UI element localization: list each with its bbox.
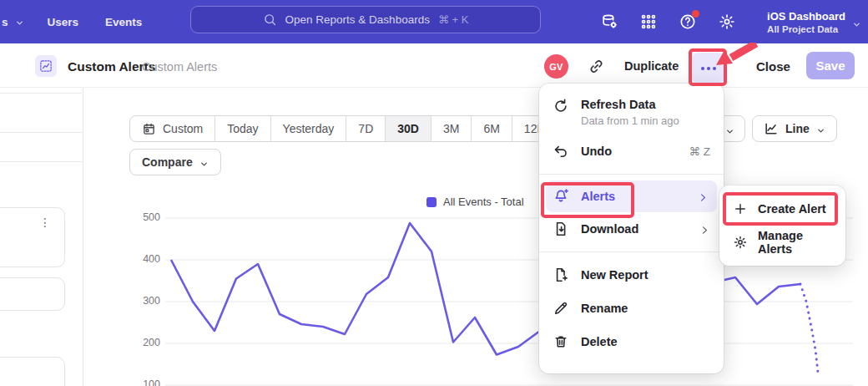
range-today[interactable]: Today	[215, 116, 270, 141]
avatar[interactable]: GV	[544, 54, 568, 79]
copy-link-icon[interactable]	[588, 58, 605, 75]
range-label: Custom	[163, 122, 203, 135]
search-shortcut: ⌘ + K	[438, 13, 469, 26]
y-axis-tick: 300	[134, 295, 160, 307]
nav-left: s Users Events	[0, 0, 142, 43]
menu-item-rename[interactable]: Rename	[539, 292, 724, 325]
new-report-icon	[553, 267, 569, 283]
menu-item-refresh-data[interactable]: Refresh DataData from 1 min ago	[539, 91, 724, 135]
menu-item-new-report[interactable]: New Report	[539, 258, 724, 292]
shortcut-label: ⌘ Z	[689, 145, 711, 158]
search-placeholder: Open Reports & Dashboards	[285, 13, 430, 26]
chevron-right-icon	[699, 224, 710, 235]
more-vertical-icon[interactable]: ⋮	[39, 216, 51, 228]
chart-type-button[interactable]: Line	[752, 115, 837, 142]
more-options-button[interactable]	[693, 53, 724, 84]
project-text: iOS Dashboard All Project Data	[767, 10, 845, 34]
nav-icons	[600, 0, 736, 43]
range-3m[interactable]: 3M	[431, 116, 472, 141]
range-30d[interactable]: 30D	[386, 116, 431, 141]
legend-label: All Events - Total	[443, 196, 524, 208]
menu-item-label: Refresh Data	[581, 98, 679, 111]
chevron-down-icon	[725, 124, 734, 134]
alerts-submenu: Create AlertManage Alerts	[719, 185, 845, 266]
save-button[interactable]: Save	[806, 52, 855, 79]
delete-icon	[553, 333, 569, 350]
range-label: 6M	[483, 122, 499, 135]
y-axis-tick: 200	[134, 337, 160, 348]
menu-item-label: Download	[581, 222, 638, 236]
nav-partial-label: s	[2, 16, 8, 28]
submenu-item-create-alert[interactable]: Create Alert	[719, 192, 845, 226]
menu-item-subtitle: Data from 1 min ago	[581, 114, 679, 127]
range-label: 7D	[358, 122, 373, 135]
undo-icon	[553, 143, 569, 160]
menu-item-label: Undo	[581, 145, 612, 158]
chevron-down-icon	[15, 18, 24, 27]
menu-item-label: Rename	[581, 302, 628, 315]
close-button[interactable]: Close	[756, 59, 790, 74]
chevron-down-icon	[816, 124, 825, 134]
more-options-menu: Refresh DataData from 1 min agoUndo⌘ ZAl…	[539, 84, 724, 373]
legend-swatch	[426, 197, 437, 207]
submenu-item-label: Create Alert	[758, 202, 826, 216]
submenu-item-manage-alerts[interactable]: Manage Alerts	[719, 226, 845, 259]
report-header: Custom Alerts Custom Alerts	[0, 43, 868, 88]
line-chart-icon	[764, 121, 779, 136]
settings-gear-icon[interactable]	[718, 13, 736, 31]
gear-icon	[733, 235, 748, 250]
report-chart-icon	[35, 55, 57, 77]
range-6m[interactable]: 6M	[472, 116, 512, 141]
sidebar-card[interactable]: ⋮	[0, 207, 65, 267]
alerts-icon	[553, 188, 569, 205]
notification-dot	[692, 10, 699, 18]
chart-type-label: Line	[785, 122, 810, 135]
plus-icon	[733, 201, 748, 216]
menu-item-delete[interactable]: Delete	[539, 325, 724, 358]
chevron-down-icon	[852, 18, 861, 27]
rename-icon	[553, 300, 569, 317]
data-management-icon[interactable]	[600, 13, 618, 31]
chart-legend[interactable]: All Events - Total	[426, 196, 524, 208]
search-input[interactable]: Open Reports & Dashboards ⌘ + K	[190, 6, 541, 33]
top-nav: s Users Events Open Reports & Dashboards…	[0, 0, 868, 43]
duplicate-button[interactable]: Duplicate	[624, 59, 679, 73]
menu-divider	[539, 174, 724, 175]
range-7d[interactable]: 7D	[346, 116, 386, 141]
compare-button[interactable]: Compare	[129, 149, 221, 175]
project-scope: All Project Data	[767, 24, 845, 34]
query-builder-sidebar: ⋮	[0, 88, 83, 386]
download-icon	[553, 221, 569, 237]
range-custom[interactable]: Custom	[130, 116, 215, 141]
compare-label: Compare	[142, 155, 193, 169]
y-axis-tick: 100	[134, 378, 160, 386]
date-range-bar: CustomTodayYesterday7D30D3M6M12M	[129, 115, 559, 142]
range-label: Today	[227, 122, 258, 135]
chevron-right-icon	[698, 191, 709, 202]
menu-item-download[interactable]: Download	[539, 212, 724, 246]
sidebar-card[interactable]	[0, 357, 65, 386]
sidebar-divider	[0, 161, 82, 162]
menu-item-alerts[interactable]: Alerts	[546, 180, 717, 212]
range-label: 3M	[443, 122, 459, 135]
menu-item-label: Alerts	[581, 190, 615, 203]
refresh-icon	[553, 98, 569, 114]
calendar-icon	[142, 122, 156, 136]
project-name: iOS Dashboard	[767, 10, 845, 23]
nav-item-events[interactable]: Events	[105, 16, 142, 28]
breadcrumb: Custom Alerts	[142, 60, 217, 74]
sidebar-divider	[0, 132, 82, 133]
nav-item-boards-partial[interactable]: s	[2, 16, 24, 28]
menu-item-label: Delete	[581, 335, 618, 348]
submenu-item-label: Manage Alerts	[758, 229, 832, 256]
menu-item-label: New Report	[581, 268, 648, 282]
project-selector[interactable]: iOS Dashboard All Project Data	[767, 0, 861, 43]
nav-item-users[interactable]: Users	[48, 16, 79, 28]
range-yesterday[interactable]: Yesterday	[271, 116, 347, 141]
sidebar-card[interactable]	[0, 277, 65, 311]
menu-item-undo[interactable]: Undo⌘ Z	[539, 135, 724, 168]
help-icon[interactable]	[679, 13, 697, 31]
chevron-down-icon	[199, 158, 209, 167]
range-label: Yesterday	[283, 122, 335, 135]
apps-grid-icon[interactable]	[639, 13, 658, 31]
